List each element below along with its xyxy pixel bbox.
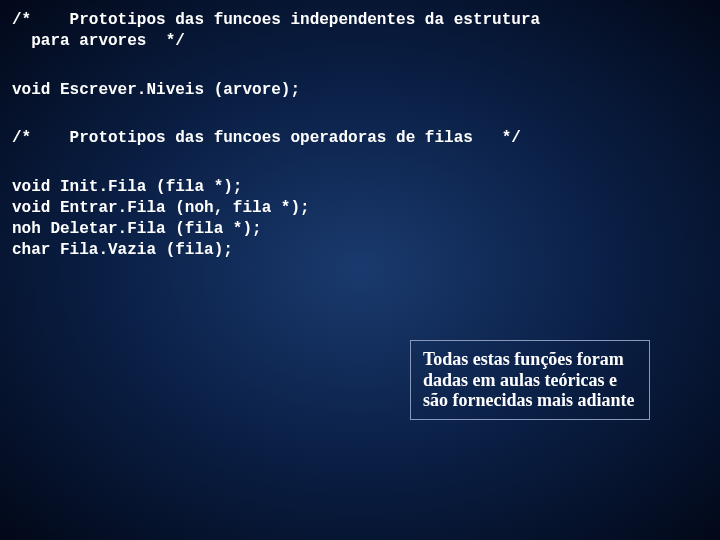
note-text: Todas estas funções foram dadas em aulas… xyxy=(423,349,635,410)
note-box: Todas estas funções foram dadas em aulas… xyxy=(410,340,650,420)
code-comment-prototypes-queue: /* Prototipos das funcoes operadoras de … xyxy=(12,128,708,149)
code-line-escrever-niveis: void Escrever.Niveis (arvore); xyxy=(12,80,708,101)
code-lines-queue-functions: void Init.Fila (fila *); void Entrar.Fil… xyxy=(12,177,708,260)
code-comment-prototypes-tree: /* Prototipos das funcoes independentes … xyxy=(12,10,708,52)
